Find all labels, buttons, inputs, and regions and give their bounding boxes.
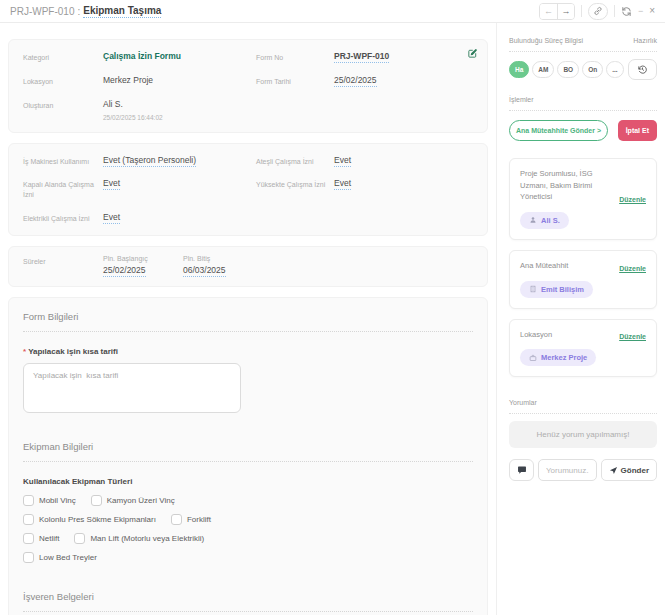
field-label-is-makinesi: İş Makinesi Kullanımı (23, 155, 103, 167)
field-value-is-makinesi[interactable]: Evet (Taşeron Personeli) (103, 155, 196, 167)
checkbox-icon (23, 533, 34, 544)
comment-input[interactable] (538, 459, 597, 481)
field-value-elektrikli[interactable]: Evet (103, 212, 120, 224)
top-bar: PRJ-WPF-010 : Ekipman Taşıma ← → (0, 0, 665, 23)
briefcase-icon (529, 354, 537, 362)
edit-button[interactable] (467, 48, 478, 59)
contractor-chip[interactable]: Emit Bilişim (520, 281, 593, 298)
stage-pill-bo[interactable]: BO (557, 61, 579, 78)
field-value-pln-bitis[interactable]: 06/03/2025 (183, 265, 226, 277)
field-label-form-tarihi: Form Tarihi (256, 75, 334, 87)
responsible-card-title: Proje Sorumlusu, İSG Uzmanı, Bakım Birim… (520, 168, 613, 203)
overview-card: Kategori Çalışma İzin Formu Form No PRJ-… (8, 39, 488, 133)
comments-label: Yorumlar (509, 399, 657, 406)
checkbox-kamyon-uzeri-vinc[interactable]: Kamyon Üzeri Vinç (91, 495, 175, 506)
link-icon (593, 6, 603, 16)
close-button[interactable]: × (649, 6, 655, 16)
copy-link-button[interactable] (588, 3, 608, 20)
form-card: Form Bilgileri *Yapılacak işin kısa tari… (8, 297, 488, 615)
back-button[interactable]: ← (540, 4, 557, 19)
stage-pill-more[interactable]: ... (606, 61, 623, 78)
actions-label: İşlemler (509, 96, 534, 103)
divider (614, 5, 615, 17)
edit-location-link[interactable]: Düzenle (619, 333, 646, 340)
building-icon (529, 285, 537, 293)
edit-pencil-icon (467, 48, 478, 59)
field-label-kapali: Kapalı Alanda Çalışma İzni (23, 178, 103, 200)
field-value-pln-baslangic[interactable]: 25/02/2025 (103, 265, 146, 277)
field-label-atesli: Ateşli Çalışma İzni (256, 155, 334, 167)
field-label-pln-baslangic: Pln. Başlangıç (103, 255, 183, 262)
content-area: Kategori Çalışma İzin Formu Form No PRJ-… (0, 23, 665, 615)
history-button[interactable] (628, 59, 657, 80)
checkbox-forklift[interactable]: Forklift (171, 514, 211, 525)
history-nav-group: ← → (539, 3, 575, 20)
checkbox-netlift[interactable]: Netlift (23, 533, 59, 544)
comment-type-button[interactable] (509, 459, 534, 481)
contractor-card-title: Ana Müteahhit (520, 260, 613, 272)
process-info-label: Bulunduğu Süreç Bilgisi (509, 37, 583, 44)
checkbox-man-lift[interactable]: Man Lift (Motorlu veya Elektrikli) (74, 533, 204, 544)
minimize-button[interactable]: − (638, 7, 643, 16)
stage-pills: Ha AM BO On ... (509, 59, 657, 80)
forward-arrow-icon: → (561, 6, 570, 16)
stage-pill-ha[interactable]: Ha (509, 61, 529, 78)
field-value-yuksekte[interactable]: Evet (334, 178, 351, 190)
cancel-form-button[interactable]: İptal Et (618, 120, 657, 141)
location-card-title: Lokasyon (520, 329, 613, 341)
location-chip[interactable]: Merkez Proje (520, 349, 596, 366)
section-title-form-bilgileri: Form Bilgileri (23, 311, 473, 332)
window-controls: ← → (539, 3, 655, 20)
person-icon (529, 216, 537, 224)
section-title-ekipman-bilgileri: Ekipman Bilgileri (23, 441, 473, 462)
field-value-kapali[interactable]: Evet (103, 178, 120, 190)
title-separator: : (77, 6, 80, 17)
process-stage-label: Hazırlık (633, 37, 657, 44)
send-comment-button[interactable]: Gönder (601, 459, 657, 481)
page-title[interactable]: Ekipman Taşıma (83, 5, 161, 18)
checkbox-icon (23, 514, 34, 525)
field-label-yuksekte: Yüksekte Çalışma İzni (256, 178, 334, 190)
refresh-icon (621, 6, 632, 17)
checkbox-mobil-vinc[interactable]: Mobil Vinç (23, 495, 76, 506)
checkbox-icon (23, 552, 34, 563)
sidebar: Bulunduğu Süreç Bilgisi Hazırlık Ha AM B… (497, 23, 665, 615)
field-label-pln-bitis: Pln. Bitiş (183, 255, 263, 262)
field-label-sureler: Süreler (23, 255, 103, 276)
divider (509, 413, 657, 414)
stage-pill-am[interactable]: AM (532, 61, 554, 78)
field-value-lokasyon: Merkez Proje (103, 75, 256, 86)
checkbox-low-bed-treyler[interactable]: Low Bed Treyler (23, 552, 97, 563)
contractor-card: Ana Müteahhit Düzenle Emit Bilişim (509, 250, 657, 309)
field-value-form-no[interactable]: PRJ-WPF-010 (334, 51, 389, 63)
refresh-button[interactable] (621, 6, 632, 17)
checkbox-icon (91, 495, 102, 506)
field-label-olusturan: Oluşturan (23, 99, 103, 111)
no-comments-message: Henüz yorum yapılmamış! (509, 421, 657, 448)
app-window: PRJ-WPF-010 : Ekipman Taşıma ← → (0, 0, 665, 615)
field-value-atesli[interactable]: Evet (334, 155, 351, 167)
send-to-contractor-button[interactable]: Ana Müteahhite Gönder > (509, 120, 608, 141)
field-value-olusturan: Ali S. (103, 99, 256, 110)
task-description-textarea[interactable] (23, 363, 241, 413)
comment-composer: Gönder (509, 459, 657, 481)
speech-bubble-icon (517, 465, 527, 475)
document-code: PRJ-WPF-010 (10, 6, 74, 17)
checkbox-icon (23, 495, 34, 506)
edit-contractor-link[interactable]: Düzenle (619, 265, 646, 272)
section-title-isveren-belgeleri: İşveren Belgeleri (23, 591, 473, 612)
field-label-lokasyon: Lokasyon (23, 75, 103, 87)
field-label-elektrikli: Elektrikli Çalışma İzni (23, 212, 103, 224)
field-value-form-tarihi[interactable]: 25/02/2025 (334, 75, 377, 87)
responsible-chip[interactable]: Ali S. (520, 212, 569, 229)
checkbox-icon (171, 514, 182, 525)
permits-card: İş Makinesi Kullanımı Evet (Taşeron Pers… (8, 143, 488, 236)
forward-button[interactable]: → (557, 4, 574, 19)
stage-pill-on[interactable]: On (582, 61, 603, 78)
divider (509, 110, 657, 111)
edit-responsible-link[interactable]: Düzenle (619, 196, 646, 203)
checkbox-kolonlu-pres[interactable]: Kolonlu Pres Sökme Ekipmanları (23, 514, 156, 525)
history-icon (637, 64, 648, 75)
equipment-types-label: Kullanılacak Ekipman Türleri (23, 477, 473, 486)
divider (581, 5, 582, 17)
